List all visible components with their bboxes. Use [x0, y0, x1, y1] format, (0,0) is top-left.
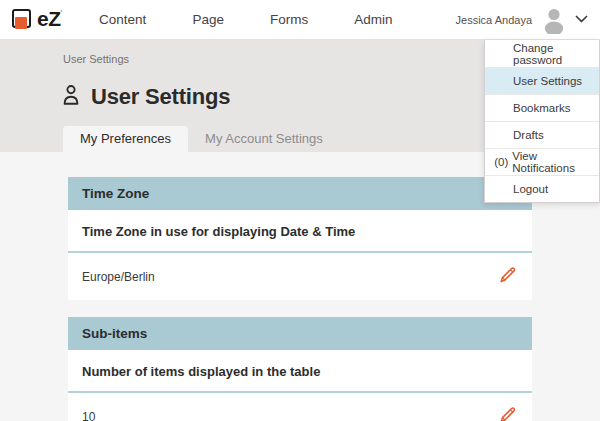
logo-trademark: ’ — [61, 9, 63, 16]
chevron-down-icon[interactable] — [575, 15, 588, 24]
pencil-icon — [498, 406, 516, 421]
menu-item-logout[interactable]: Logout — [485, 175, 599, 202]
section-time-zone: Time Zone Time Zone in use for displayin… — [68, 177, 532, 300]
pencil-icon — [498, 266, 516, 287]
page-title: User Settings — [91, 84, 230, 110]
person-outline-icon — [61, 84, 81, 110]
app-window: eZ ’ Content Page Forms Admin Jessica An… — [0, 0, 600, 421]
section-sub-items-body: Number of items displayed in the table 1… — [68, 350, 532, 421]
time-zone-value-row: Europe/Berlin — [68, 253, 532, 300]
tab-my-preferences[interactable]: My Preferences — [63, 126, 188, 152]
menu-item-label: View Notifications — [512, 150, 599, 174]
nav-item-page[interactable]: Page — [169, 0, 247, 40]
tab-my-account-settings[interactable]: My Account Settings — [188, 126, 340, 152]
ez-logo[interactable]: eZ ’ — [12, 8, 62, 31]
nav-item-admin[interactable]: Admin — [331, 0, 415, 40]
user-name: Jessica Andaya — [456, 14, 532, 26]
sub-items-value: 10 — [82, 410, 95, 421]
ez-logo-icon — [12, 9, 34, 31]
tab-bar: My Preferences My Account Settings — [63, 126, 340, 152]
section-sub-items: Sub-items Number of items displayed in t… — [68, 317, 532, 421]
sub-items-field-label: Number of items displayed in the table — [68, 350, 532, 393]
nav-item-forms[interactable]: Forms — [247, 0, 331, 40]
section-time-zone-body: Time Zone in use for displaying Date & T… — [68, 210, 532, 300]
logo-orange-square — [15, 17, 27, 29]
edit-sub-items-button[interactable] — [496, 404, 518, 421]
nav-item-content[interactable]: Content — [76, 0, 169, 40]
time-zone-value: Europe/Berlin — [82, 270, 155, 284]
menu-item-view-notifications[interactable]: (0) View Notifications — [485, 148, 599, 175]
page-title-row: User Settings — [61, 84, 230, 110]
notification-count: (0) — [491, 156, 508, 168]
user-dropdown-menu: Change password User Settings Bookmarks … — [484, 40, 600, 203]
main-nav: Content Page Forms Admin — [76, 0, 415, 40]
time-zone-field-label: Time Zone in use for displaying Date & T… — [68, 210, 532, 253]
sub-items-value-row: 10 — [68, 393, 532, 421]
menu-item-drafts[interactable]: Drafts — [485, 121, 599, 148]
top-bar: eZ ’ Content Page Forms Admin Jessica An… — [0, 0, 600, 40]
breadcrumb: User Settings — [63, 53, 129, 65]
avatar[interactable] — [541, 6, 567, 34]
logo-text: eZ — [37, 8, 61, 30]
menu-item-bookmarks[interactable]: Bookmarks — [485, 94, 599, 121]
user-menu-trigger[interactable]: Jessica Andaya — [456, 6, 600, 34]
menu-item-user-settings[interactable]: User Settings — [485, 67, 599, 94]
section-sub-items-title: Sub-items — [68, 317, 532, 350]
section-time-zone-title: Time Zone — [68, 177, 532, 210]
edit-time-zone-button[interactable] — [496, 264, 518, 289]
menu-item-change-password[interactable]: Change password — [485, 40, 599, 67]
